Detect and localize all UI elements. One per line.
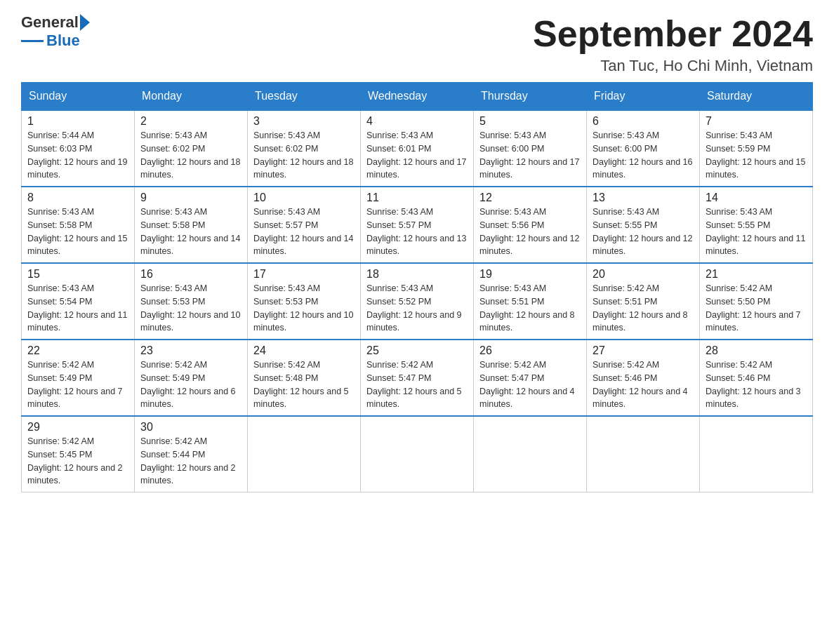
day-number: 4 xyxy=(366,115,468,128)
day-number: 29 xyxy=(27,421,128,434)
day-info: Sunrise: 5:43 AMSunset: 5:57 PMDaylight:… xyxy=(366,206,468,258)
table-row: 7 Sunrise: 5:43 AMSunset: 5:59 PMDayligh… xyxy=(700,110,813,187)
day-info: Sunrise: 5:44 AMSunset: 6:03 PMDaylight:… xyxy=(27,129,128,182)
table-row: 12 Sunrise: 5:43 AMSunset: 5:56 PMDaylig… xyxy=(474,187,587,263)
table-row: 21 Sunrise: 5:42 AMSunset: 5:50 PMDaylig… xyxy=(700,263,813,340)
day-info: Sunrise: 5:43 AMSunset: 5:59 PMDaylight:… xyxy=(706,129,807,182)
day-number: 12 xyxy=(479,192,581,204)
day-number: 14 xyxy=(706,192,807,204)
day-number: 28 xyxy=(706,344,807,357)
day-number: 13 xyxy=(593,192,694,204)
calendar-week-5: 29 Sunrise: 5:42 AMSunset: 5:45 PMDaylig… xyxy=(22,416,813,492)
day-info: Sunrise: 5:42 AMSunset: 5:49 PMDaylight:… xyxy=(140,358,241,411)
day-info: Sunrise: 5:42 AMSunset: 5:46 PMDaylight:… xyxy=(706,358,807,411)
calendar-table: Sunday Monday Tuesday Wednesday Thursday… xyxy=(21,82,813,492)
table-row: 27 Sunrise: 5:42 AMSunset: 5:46 PMDaylig… xyxy=(587,340,700,416)
calendar-week-4: 22 Sunrise: 5:42 AMSunset: 5:49 PMDaylig… xyxy=(22,340,813,416)
day-number: 26 xyxy=(479,344,581,357)
table-row: 11 Sunrise: 5:43 AMSunset: 5:57 PMDaylig… xyxy=(361,187,474,263)
day-info: Sunrise: 5:42 AMSunset: 5:51 PMDaylight:… xyxy=(593,282,694,335)
day-info: Sunrise: 5:43 AMSunset: 5:55 PMDaylight:… xyxy=(593,206,694,258)
day-info: Sunrise: 5:42 AMSunset: 5:48 PMDaylight:… xyxy=(253,358,355,411)
calendar-week-2: 8 Sunrise: 5:43 AMSunset: 5:58 PMDayligh… xyxy=(22,187,813,263)
day-info: Sunrise: 5:43 AMSunset: 5:52 PMDaylight:… xyxy=(366,282,468,335)
day-info: Sunrise: 5:43 AMSunset: 6:02 PMDaylight:… xyxy=(253,129,355,182)
table-row xyxy=(248,416,361,492)
day-number: 9 xyxy=(140,192,241,204)
col-friday: Friday xyxy=(587,83,700,111)
title-section: September 2024 Tan Tuc, Ho Chi Minh, Vie… xyxy=(533,14,813,75)
day-number: 30 xyxy=(140,421,241,434)
day-number: 27 xyxy=(593,344,694,357)
calendar-week-3: 15 Sunrise: 5:43 AMSunset: 5:54 PMDaylig… xyxy=(22,263,813,340)
col-tuesday: Tuesday xyxy=(248,83,361,111)
col-monday: Monday xyxy=(135,83,248,111)
day-info: Sunrise: 5:42 AMSunset: 5:50 PMDaylight:… xyxy=(706,282,807,335)
subtitle: Tan Tuc, Ho Chi Minh, Vietnam xyxy=(533,57,813,75)
day-number: 6 xyxy=(593,115,694,128)
day-number: 25 xyxy=(366,344,468,357)
table-row: 1 Sunrise: 5:44 AMSunset: 6:03 PMDayligh… xyxy=(22,110,135,187)
day-info: Sunrise: 5:43 AMSunset: 6:00 PMDaylight:… xyxy=(479,129,581,182)
day-number: 23 xyxy=(140,344,241,357)
table-row: 2 Sunrise: 5:43 AMSunset: 6:02 PMDayligh… xyxy=(135,110,248,187)
day-info: Sunrise: 5:42 AMSunset: 5:47 PMDaylight:… xyxy=(479,358,581,411)
table-row xyxy=(361,416,474,492)
day-number: 18 xyxy=(366,268,468,281)
table-row: 25 Sunrise: 5:42 AMSunset: 5:47 PMDaylig… xyxy=(361,340,474,416)
col-sunday: Sunday xyxy=(22,83,135,111)
logo-general-text: General xyxy=(21,14,79,31)
table-row: 29 Sunrise: 5:42 AMSunset: 5:45 PMDaylig… xyxy=(22,416,135,492)
day-number: 10 xyxy=(253,192,355,204)
day-info: Sunrise: 5:43 AMSunset: 6:02 PMDaylight:… xyxy=(140,129,241,182)
day-number: 15 xyxy=(27,268,128,281)
table-row: 9 Sunrise: 5:43 AMSunset: 5:58 PMDayligh… xyxy=(135,187,248,263)
day-number: 16 xyxy=(140,268,241,281)
calendar-header-row: Sunday Monday Tuesday Wednesday Thursday… xyxy=(22,83,813,111)
table-row: 30 Sunrise: 5:42 AMSunset: 5:44 PMDaylig… xyxy=(135,416,248,492)
day-info: Sunrise: 5:43 AMSunset: 5:58 PMDaylight:… xyxy=(140,206,241,258)
table-row xyxy=(474,416,587,492)
day-number: 2 xyxy=(140,115,241,128)
day-number: 1 xyxy=(27,115,128,128)
table-row: 13 Sunrise: 5:43 AMSunset: 5:55 PMDaylig… xyxy=(587,187,700,263)
col-wednesday: Wednesday xyxy=(361,83,474,111)
calendar-week-1: 1 Sunrise: 5:44 AMSunset: 6:03 PMDayligh… xyxy=(22,110,813,187)
table-row: 16 Sunrise: 5:43 AMSunset: 5:53 PMDaylig… xyxy=(135,263,248,340)
day-info: Sunrise: 5:43 AMSunset: 5:58 PMDaylight:… xyxy=(27,206,128,258)
table-row: 6 Sunrise: 5:43 AMSunset: 6:00 PMDayligh… xyxy=(587,110,700,187)
table-row: 3 Sunrise: 5:43 AMSunset: 6:02 PMDayligh… xyxy=(248,110,361,187)
main-title: September 2024 xyxy=(533,14,813,54)
day-info: Sunrise: 5:43 AMSunset: 5:54 PMDaylight:… xyxy=(27,282,128,335)
day-info: Sunrise: 5:43 AMSunset: 6:00 PMDaylight:… xyxy=(593,129,694,182)
day-number: 17 xyxy=(253,268,355,281)
table-row: 8 Sunrise: 5:43 AMSunset: 5:58 PMDayligh… xyxy=(22,187,135,263)
page-header: General Blue September 2024 Tan Tuc, Ho … xyxy=(21,14,813,75)
day-info: Sunrise: 5:43 AMSunset: 5:55 PMDaylight:… xyxy=(706,206,807,258)
logo-blue-text: Blue xyxy=(46,32,80,49)
table-row: 26 Sunrise: 5:42 AMSunset: 5:47 PMDaylig… xyxy=(474,340,587,416)
table-row: 5 Sunrise: 5:43 AMSunset: 6:00 PMDayligh… xyxy=(474,110,587,187)
table-row: 18 Sunrise: 5:43 AMSunset: 5:52 PMDaylig… xyxy=(361,263,474,340)
table-row: 19 Sunrise: 5:43 AMSunset: 5:51 PMDaylig… xyxy=(474,263,587,340)
table-row: 14 Sunrise: 5:43 AMSunset: 5:55 PMDaylig… xyxy=(700,187,813,263)
day-info: Sunrise: 5:42 AMSunset: 5:44 PMDaylight:… xyxy=(140,435,241,488)
day-info: Sunrise: 5:43 AMSunset: 5:56 PMDaylight:… xyxy=(479,206,581,258)
day-info: Sunrise: 5:42 AMSunset: 5:47 PMDaylight:… xyxy=(366,358,468,411)
day-number: 3 xyxy=(253,115,355,128)
day-info: Sunrise: 5:42 AMSunset: 5:49 PMDaylight:… xyxy=(27,358,128,411)
table-row xyxy=(700,416,813,492)
table-row: 23 Sunrise: 5:42 AMSunset: 5:49 PMDaylig… xyxy=(135,340,248,416)
day-info: Sunrise: 5:42 AMSunset: 5:45 PMDaylight:… xyxy=(27,435,128,488)
day-info: Sunrise: 5:43 AMSunset: 5:51 PMDaylight:… xyxy=(479,282,581,335)
day-number: 7 xyxy=(706,115,807,128)
table-row: 10 Sunrise: 5:43 AMSunset: 5:57 PMDaylig… xyxy=(248,187,361,263)
col-saturday: Saturday xyxy=(700,83,813,111)
day-number: 19 xyxy=(479,268,581,281)
day-number: 21 xyxy=(706,268,807,281)
table-row: 20 Sunrise: 5:42 AMSunset: 5:51 PMDaylig… xyxy=(587,263,700,340)
day-number: 5 xyxy=(479,115,581,128)
day-number: 24 xyxy=(253,344,355,357)
day-info: Sunrise: 5:42 AMSunset: 5:46 PMDaylight:… xyxy=(593,358,694,411)
day-info: Sunrise: 5:43 AMSunset: 5:57 PMDaylight:… xyxy=(253,206,355,258)
